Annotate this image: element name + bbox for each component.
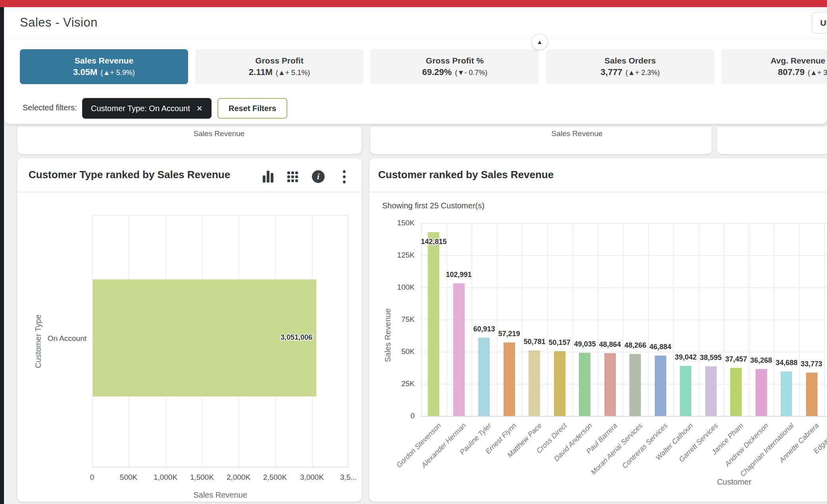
- top-accent-bar: [0, 0, 827, 7]
- column-chart-glyph: [263, 171, 273, 183]
- plot-gridline: [774, 223, 775, 416]
- y-axis-title: Customer Type: [34, 314, 43, 368]
- kpi-card-gross-profit[interactable]: Gross Profit 2.11M(▲+ 5.1%): [195, 49, 363, 84]
- plot-gridline: [673, 223, 674, 416]
- collapse-panel-button[interactable]: ▲: [531, 33, 548, 50]
- dashboard-page: { "colors": { "top_bar": "#d2303a", "sid…: [0, 0, 827, 504]
- x-axis-category: Andrew Dickerson: [723, 421, 770, 468]
- plot-gridline: [648, 223, 649, 416]
- bar-paul-barrera[interactable]: [604, 353, 616, 416]
- kpi-value: 3.05M: [73, 67, 97, 77]
- customer-chart-card: Customer ranked by Sales Revenue Showing…: [369, 158, 827, 502]
- plot-gridline: [522, 223, 523, 416]
- bar-value-label: 3: [818, 360, 822, 368]
- x-axis-tick: 500K: [120, 473, 137, 482]
- plot-gridline: [421, 223, 827, 224]
- kpi-delta: (▲+ 5.9%): [100, 69, 135, 77]
- kpi-value-row: 2.11M(▲+ 5.1%): [249, 67, 310, 77]
- kpi-delta: (▲+ 2.3%): [625, 69, 660, 77]
- y-axis-category: On Account: [40, 334, 87, 343]
- kpi-card-avg-revenue[interactable]: Avg. Revenue per 807.79(▲+ 3.5: [721, 49, 827, 84]
- bar-matthew-pace[interactable]: [529, 350, 540, 416]
- plot-gridline: [598, 223, 598, 416]
- bar-value-label: 60,913: [473, 325, 495, 333]
- page-title: Sales - Vision: [20, 15, 98, 30]
- selected-filters-label: Selected filters:: [23, 103, 77, 112]
- y-axis-tick: 100K: [377, 283, 415, 292]
- x-axis-title: Sales Revenue: [193, 491, 247, 500]
- plot-gridline: [547, 223, 548, 416]
- plot-gridline: [698, 223, 699, 416]
- reset-filters-button[interactable]: Reset Filters: [217, 98, 287, 119]
- grid-icon[interactable]: [284, 168, 301, 185]
- kpi-panel: Sales Revenue 3.05M(▲+ 5.9%) Gross Profi…: [4, 38, 827, 124]
- card-header: Customer ranked by Sales Revenue: [369, 158, 827, 192]
- y-axis-tick: 150K: [377, 219, 415, 227]
- bar-value-label: 37,457: [725, 355, 747, 364]
- bar-value-label: 39,042: [675, 353, 696, 362]
- column-chart-icon[interactable]: [259, 168, 277, 185]
- bar-garrett-services[interactable]: [705, 366, 717, 416]
- plot-gridline: [471, 223, 472, 416]
- bar-value-label: 38,595: [700, 354, 721, 362]
- bar-pauline-tyler[interactable]: [478, 338, 490, 416]
- bar-value-label: 102,991: [446, 271, 471, 279]
- info-icon[interactable]: i: [310, 168, 327, 185]
- y-axis-tick: 125K: [377, 251, 415, 260]
- chart-title: Customer ranked by Sales Revenue: [378, 169, 554, 181]
- bar-david-anderson[interactable]: [579, 353, 590, 416]
- bar-moran-aerial-services[interactable]: [629, 354, 641, 416]
- plot-gridline: [623, 223, 623, 416]
- bar-andrew-dickerson[interactable]: [756, 369, 767, 416]
- kpi-value: 69.29%: [422, 67, 452, 77]
- bar-walter-calhoun[interactable]: [680, 366, 691, 416]
- x-axis-title: Customer: [717, 477, 752, 487]
- kpi-value-row: 807.79(▲+ 3.5: [778, 67, 827, 77]
- bar-value-label: 49,035: [574, 340, 596, 348]
- card-header: Customer Type ranked by Sales Revenue i: [17, 158, 362, 192]
- filter-chip-text: Customer Type: On Account: [91, 104, 190, 113]
- kpi-card-sales-orders[interactable]: Sales Orders 3,777(▲+ 2.3%): [546, 49, 714, 84]
- kpi-label: Sales Orders: [604, 56, 656, 65]
- bar-contreras-services[interactable]: [655, 356, 666, 416]
- kpi-delta: (▲+ 3.5: [808, 69, 827, 77]
- kpi-value: 2.11M: [249, 67, 273, 77]
- bar-value-label: 48,266: [624, 341, 646, 350]
- bar-annette-cabrera[interactable]: [806, 373, 817, 416]
- kpi-delta: (▲+ 5.1%): [276, 69, 310, 77]
- filter-chip-close-icon[interactable]: ✕: [196, 104, 203, 113]
- bar-cross-direct[interactable]: [554, 351, 565, 416]
- bar-janice-pham[interactable]: [730, 368, 742, 416]
- x-axis-category: Gordon Stevenson: [395, 421, 443, 469]
- chart-title: Customer Type ranked by Sales Revenue: [29, 169, 230, 181]
- sidebar-edge: [0, 7, 4, 504]
- x-axis-tick: 1,500K: [190, 473, 214, 482]
- x-axis-tick: 0: [90, 473, 94, 482]
- bar-alexander-herman[interactable]: [453, 283, 465, 416]
- plot-gridline: [421, 319, 827, 320]
- filter-chip-customer-type[interactable]: Customer Type: On Account ✕: [82, 98, 212, 119]
- bar-value-label: 3,051,006: [281, 333, 312, 342]
- x-axis-category: Contreras Services: [621, 421, 669, 470]
- bar-gordon-stevenson[interactable]: [428, 232, 439, 416]
- axis-title: Sales Revenue: [552, 129, 603, 138]
- bar-ernest-flynn[interactable]: [504, 342, 515, 416]
- page-header: Sales - Vision UN: [4, 7, 827, 38]
- kebab-menu-icon[interactable]: [335, 168, 353, 185]
- caret-up-icon: ▲: [537, 38, 543, 45]
- x-axis-tick: 3,5...: [340, 473, 357, 482]
- x-axis-tick: 1,000K: [154, 473, 177, 482]
- x-axis-tick: 2,000K: [227, 473, 250, 482]
- kebab-glyph: [343, 170, 346, 183]
- undo-button[interactable]: UN: [812, 12, 827, 34]
- bar-value-label: 46,884: [649, 343, 671, 351]
- kpi-label: Sales Revenue: [75, 56, 133, 65]
- bar-chapman-international[interactable]: [781, 371, 792, 416]
- kpi-value-row: 3,777(▲+ 2.3%): [600, 67, 660, 77]
- scrolled-chart-card: Sales Revenue: [370, 127, 712, 154]
- kpi-card-gross-profit-pct[interactable]: Gross Profit % 69.29%(▼- 0.7%): [371, 49, 539, 84]
- plot-gridline: [421, 287, 827, 288]
- bar-value-label: 48,864: [599, 340, 621, 349]
- kpi-card-sales-revenue[interactable]: Sales Revenue 3.05M(▲+ 5.9%): [20, 49, 188, 84]
- kpi-value-row: 3.05M(▲+ 5.9%): [73, 67, 135, 77]
